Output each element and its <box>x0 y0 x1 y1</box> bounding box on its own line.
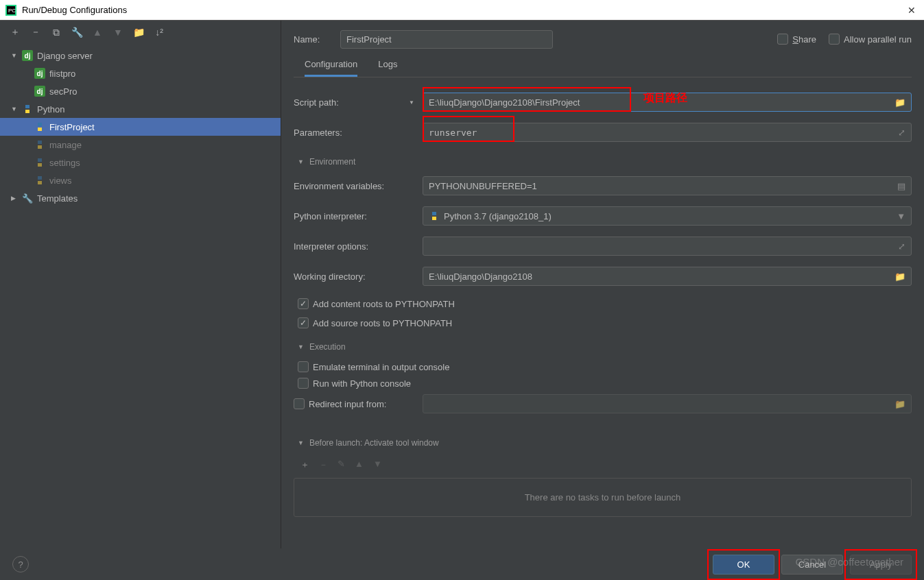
sidebar-toolbar: ＋ － ⧉ 🔧 ▲ ▼ 📁 ↓² <box>0 21 281 44</box>
copy-config-icon[interactable]: ⧉ <box>51 27 62 38</box>
share-checkbox[interactable]: Share <box>777 34 816 45</box>
annotation-text: 项目路径 <box>643 91 687 106</box>
chevron-down-icon: ▼ <box>298 158 304 165</box>
working-dir-input[interactable]: E:\liuqDjango\Django2108 📁 <box>423 267 912 286</box>
dialog-button-bar: ? OK Cancel Apply <box>0 548 924 580</box>
add-config-icon[interactable]: ＋ <box>10 27 21 38</box>
tree-item-secpro[interactable]: dj secPro <box>0 82 281 100</box>
list-icon[interactable]: ▤ <box>897 181 905 191</box>
add-task-icon[interactable]: ＋ <box>300 459 309 471</box>
allow-parallel-label: Allow parallel run <box>844 34 912 45</box>
parameters-label: Parameters: <box>294 128 423 138</box>
tree-item-views[interactable]: views <box>0 171 281 189</box>
tree-django-server[interactable]: ▼ dj Django server <box>0 47 281 64</box>
down-icon[interactable]: ▼ <box>373 459 382 471</box>
tree-label: fiistpro <box>49 69 75 79</box>
environment-section-header[interactable]: ▼ Environment <box>298 157 912 167</box>
edit-task-icon[interactable]: ✎ <box>337 459 345 471</box>
folder-icon[interactable]: 📁 <box>133 27 144 38</box>
checkbox-icon <box>298 361 309 372</box>
tree-label: views <box>49 176 72 186</box>
name-label: Name: <box>294 34 328 45</box>
browse-icon: 📁 <box>895 399 905 409</box>
tree-templates[interactable]: ▶ 🔧 Templates <box>0 189 281 207</box>
interp-options-label: Interpreter options: <box>294 241 423 252</box>
svg-text:PC: PC <box>8 8 16 14</box>
env-vars-label: Environment variables: <box>294 181 423 191</box>
remove-task-icon[interactable]: － <box>319 459 328 471</box>
close-icon[interactable]: ✕ <box>908 5 916 16</box>
wrench-icon[interactable]: 🔧 <box>71 27 82 38</box>
browse-icon[interactable]: 📁 <box>895 97 905 108</box>
tree-label: FirstProject <box>49 122 95 132</box>
emulate-terminal-checkbox[interactable]: Emulate terminal in output console <box>298 361 912 372</box>
tree-item-fiistpro[interactable]: dj fiistpro <box>0 64 281 82</box>
interpreter-select[interactable]: Python 3.7 (django2108_1) ▼ <box>423 206 912 226</box>
before-launch-toolbar: ＋ － ✎ ▲ ▼ <box>294 455 912 475</box>
working-dir-label: Working directory: <box>294 271 423 282</box>
down-icon[interactable]: ▼ <box>112 27 123 38</box>
django-icon: dj <box>22 50 33 61</box>
checkbox-icon <box>777 34 788 45</box>
run-python-console-checkbox[interactable]: Run with Python console <box>298 378 912 389</box>
tab-configuration[interactable]: Configuration <box>305 59 357 77</box>
cancel-button[interactable]: Cancel <box>781 555 843 575</box>
tree-item-manage[interactable]: manage <box>0 136 281 154</box>
window-title: Run/Debug Configurations <box>22 5 127 15</box>
configurations-sidebar: ＋ － ⧉ 🔧 ▲ ▼ 📁 ↓² ▼ dj Django server dj f… <box>0 21 281 548</box>
tree-label: Django server <box>37 51 93 61</box>
expand-icon[interactable]: ⤢ <box>898 241 905 252</box>
up-icon[interactable]: ▲ <box>355 459 364 471</box>
python-icon <box>22 104 33 114</box>
ok-button[interactable]: OK <box>713 555 774 575</box>
tree-label: settings <box>49 158 80 168</box>
python-icon <box>429 210 440 221</box>
tree-label: manage <box>49 140 82 150</box>
chevron-down-icon[interactable]: ▼ <box>897 211 905 221</box>
allow-parallel-checkbox[interactable]: Allow parallel run <box>829 34 912 45</box>
pycharm-app-icon: PC <box>5 5 16 16</box>
chevron-right-icon: ▶ <box>11 195 18 202</box>
sort-icon[interactable]: ↓² <box>154 27 165 38</box>
chevron-down-icon: ▼ <box>298 439 304 446</box>
parameters-input[interactable]: runserver ⤢ <box>423 123 912 142</box>
checkbox-icon <box>298 378 309 389</box>
django-icon: dj <box>34 68 45 79</box>
config-tree: ▼ dj Django server dj fiistpro dj secPro… <box>0 44 281 210</box>
python-icon <box>34 139 45 150</box>
apply-button[interactable]: Apply <box>850 555 912 575</box>
python-icon <box>34 121 45 132</box>
no-tasks-message: There are no tasks to run before launch <box>294 478 912 517</box>
remove-config-icon[interactable]: － <box>30 27 41 38</box>
wrench-icon: 🔧 <box>22 193 33 204</box>
tree-label: Python <box>37 104 64 114</box>
tree-item-firstproject[interactable]: FirstProject <box>0 118 281 136</box>
env-vars-input[interactable]: PYTHONUNBUFFERED=1 ▤ <box>423 176 912 195</box>
python-icon <box>34 175 45 186</box>
tree-python[interactable]: ▼ Python <box>0 100 281 118</box>
add-source-roots-checkbox[interactable]: Add source roots to PYTHONPATH <box>298 317 912 328</box>
checkbox-checked-icon <box>298 317 309 328</box>
browse-icon[interactable]: 📁 <box>895 271 905 282</box>
checkbox-checked-icon <box>298 298 309 309</box>
share-label: Share <box>792 34 816 45</box>
redirect-input-field: 📁 <box>423 394 912 413</box>
add-content-roots-checkbox[interactable]: Add content roots to PYTHONPATH <box>298 298 912 309</box>
name-input[interactable] <box>340 30 553 49</box>
tab-logs[interactable]: Logs <box>378 59 397 77</box>
tree-item-settings[interactable]: settings <box>0 154 281 171</box>
up-icon[interactable]: ▲ <box>92 27 103 38</box>
execution-section-header[interactable]: ▼ Execution <box>298 342 912 352</box>
chevron-down-icon: ▼ <box>11 106 18 112</box>
redirect-input-checkbox[interactable]: Redirect input from: <box>294 398 423 409</box>
chevron-down-icon[interactable]: ▼ <box>409 99 414 106</box>
before-launch-header[interactable]: ▼ Before launch: Activate tool window <box>298 438 912 448</box>
django-icon: dj <box>34 86 45 97</box>
interp-options-input[interactable]: ⤢ <box>423 237 912 256</box>
checkbox-icon <box>829 34 840 45</box>
help-icon[interactable]: ? <box>12 556 29 572</box>
tree-label: secPro <box>49 86 77 97</box>
window-titlebar: PC Run/Debug Configurations ✕ <box>0 0 924 21</box>
checkbox-icon <box>294 398 305 409</box>
expand-icon[interactable]: ⤢ <box>898 128 905 138</box>
